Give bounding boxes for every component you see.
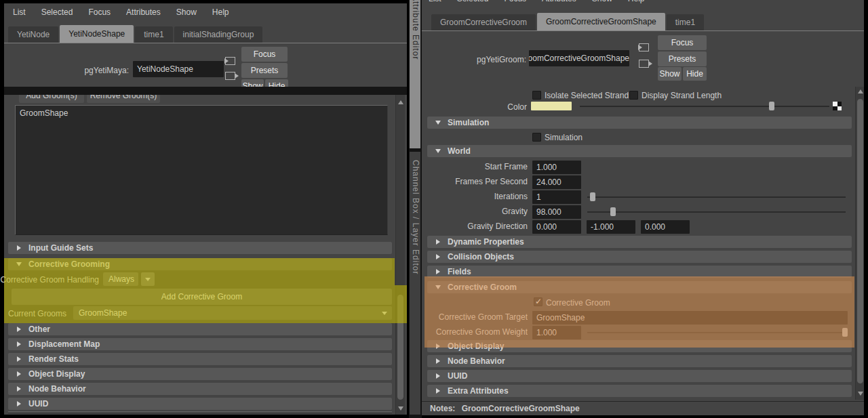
- tab-attribute-editor[interactable]: Attribute Editor: [410, 0, 420, 148]
- section-collision-objects[interactable]: Collision Objects: [427, 251, 852, 263]
- menu-show[interactable]: Show: [592, 0, 612, 3]
- menu-selected[interactable]: Selected: [457, 0, 489, 3]
- right-vertical-scrollbar[interactable]: [855, 87, 864, 400]
- menu-help[interactable]: Help: [628, 0, 645, 3]
- section-object-display[interactable]: Object Display: [8, 368, 392, 380]
- display-strand-length-checkbox[interactable]: [629, 91, 638, 100]
- corrective-groom-weight-field[interactable]: 1.000: [532, 326, 581, 339]
- scroll-down-icon[interactable]: [858, 392, 863, 396]
- weight-slider-handle[interactable]: [842, 328, 848, 337]
- gravity-label: Gravity: [422, 207, 528, 216]
- menu-attributes[interactable]: Attributes: [542, 0, 576, 3]
- input-connections-icon[interactable]: [639, 43, 649, 51]
- output-connections-icon[interactable]: [225, 72, 235, 80]
- output-connections-icon[interactable]: [639, 60, 649, 68]
- menu-selected[interactable]: Selected: [41, 7, 73, 17]
- scroll-up-icon[interactable]: [398, 100, 403, 104]
- section-corrective-grooming[interactable]: Corrective Grooming: [8, 258, 392, 270]
- show-button[interactable]: Show: [658, 67, 682, 81]
- section-world[interactable]: World: [427, 145, 852, 157]
- focus-button[interactable]: Focus: [241, 47, 288, 62]
- current-grooms-dropdown[interactable]: GroomShape: [73, 306, 392, 320]
- section-node-behavior[interactable]: Node Behavior: [427, 355, 852, 367]
- gravity-direction-z-field[interactable]: 0.000: [641, 220, 690, 234]
- tab-channel-box[interactable]: Channel Box / Layer Editor: [410, 152, 420, 415]
- focus-button[interactable]: Focus: [658, 35, 707, 50]
- start-frame-field[interactable]: 1.000: [532, 161, 581, 174]
- isolate-selected-strand-checkbox[interactable]: [532, 91, 541, 100]
- tab-time1[interactable]: time1: [667, 14, 704, 30]
- corrective-groom-checkbox[interactable]: [534, 297, 542, 306]
- section-title: Object Display: [28, 369, 85, 379]
- section-render-stats[interactable]: Render Stats: [8, 353, 392, 365]
- gravity-slider[interactable]: [587, 211, 846, 213]
- menu-help[interactable]: Help: [212, 7, 229, 17]
- menu-attributes[interactable]: Attributes: [126, 7, 161, 17]
- menu-list[interactable]: List: [429, 0, 441, 3]
- node-name-input[interactable]: GroomCorrectiveGroomShape: [529, 50, 629, 66]
- tab-time1[interactable]: time1: [135, 26, 172, 43]
- fps-field[interactable]: 24.000: [532, 175, 581, 189]
- tab-groomcorrectivegroom[interactable]: GroomCorrectiveGroom: [431, 14, 536, 30]
- color-slider[interactable]: [580, 106, 829, 107]
- node-name-label: pgYetiGroom:: [422, 55, 526, 64]
- tab-groomcorrectivegroomshape[interactable]: GroomCorrectiveGroomShape: [537, 13, 665, 30]
- tab-yetinode[interactable]: YetiNode: [8, 26, 58, 43]
- presets-button[interactable]: Presets: [241, 63, 288, 78]
- corrective-groom-weight-slider[interactable]: [587, 332, 845, 333]
- tab-yetinodeshape[interactable]: YetiNodeShape: [60, 25, 134, 43]
- menu-list[interactable]: List: [13, 7, 26, 17]
- menu-show[interactable]: Show: [176, 7, 197, 17]
- scrollbar-thumb[interactable]: [857, 99, 863, 383]
- isolate-selected-strand-label: Isolate Selected Strand:: [545, 91, 631, 100]
- left-vertical-scrollbar[interactable]: [395, 95, 405, 415]
- groom-list[interactable]: GroomShape: [15, 105, 388, 235]
- handling-dropdown-arrow[interactable]: [141, 272, 155, 286]
- section-node-behavior[interactable]: Node Behavior: [8, 383, 392, 395]
- gravity-direction-y-field[interactable]: -1.000: [587, 220, 635, 234]
- hide-button[interactable]: Hide: [683, 67, 707, 81]
- iterations-field[interactable]: 1: [532, 190, 581, 204]
- groom-list-item[interactable]: GroomShape: [16, 106, 387, 118]
- section-extra-attributes[interactable]: Extra Attributes: [427, 385, 852, 397]
- section-uuid[interactable]: UUID: [427, 370, 852, 382]
- section-title: Node Behavior: [448, 356, 505, 366]
- gravity-slider-handle[interactable]: [610, 207, 616, 216]
- tab-initialshadinggroup[interactable]: initialShadingGroup: [174, 26, 263, 43]
- section-dynamic-properties[interactable]: Dynamic Properties: [427, 236, 852, 248]
- section-corrective-groom[interactable]: Corrective Groom: [427, 281, 852, 293]
- section-simulation[interactable]: Simulation: [427, 117, 852, 129]
- tab-channel-box-label: Channel Box / Layer Editor: [411, 160, 420, 274]
- iterations-slider-handle[interactable]: [590, 192, 595, 201]
- scroll-down-icon[interactable]: [398, 406, 403, 411]
- texture-map-icon[interactable]: [833, 102, 842, 110]
- add-corrective-groom-button[interactable]: Add Corrective Groom: [12, 289, 392, 305]
- section-fields[interactable]: Fields: [427, 266, 852, 278]
- handling-dropdown[interactable]: Always: [103, 272, 138, 286]
- presets-button[interactable]: Presets: [658, 51, 707, 66]
- left-horizontal-scrollbar[interactable]: [8, 411, 392, 413]
- simulation-checkbox[interactable]: [532, 133, 541, 142]
- menu-focus[interactable]: Focus: [504, 0, 526, 3]
- section-input-guide-sets[interactable]: Input Guide Sets: [8, 242, 392, 254]
- chevron-down-icon: [145, 278, 151, 281]
- corrective-groom-target-field[interactable]: GroomShape: [532, 311, 848, 325]
- section-uuid[interactable]: UUID: [8, 398, 392, 410]
- color-slider-handle[interactable]: [769, 102, 774, 110]
- section-object-display[interactable]: Object Display: [427, 340, 852, 352]
- section-title: Displacement Map: [28, 339, 100, 349]
- collapse-arrow-icon: [17, 245, 21, 251]
- iterations-slider[interactable]: [587, 196, 846, 198]
- color-swatch[interactable]: [531, 102, 572, 110]
- node-name-input[interactable]: YetiNodeShape: [133, 61, 224, 77]
- section-displacement-map[interactable]: Displacement Map: [8, 338, 392, 350]
- current-grooms-value: GroomShape: [79, 308, 127, 318]
- gravity-field[interactable]: 98.000: [532, 205, 581, 219]
- left-menubar: List Selected Focus Attributes Show Help: [4, 3, 407, 21]
- menu-focus[interactable]: Focus: [88, 7, 111, 17]
- gravity-direction-x-field[interactable]: 0.000: [532, 220, 581, 234]
- input-connections-icon[interactable]: [225, 57, 235, 65]
- scrollbar-thumb[interactable]: [397, 295, 403, 400]
- scroll-up-icon[interactable]: [858, 89, 863, 93]
- section-other[interactable]: Other: [8, 323, 392, 335]
